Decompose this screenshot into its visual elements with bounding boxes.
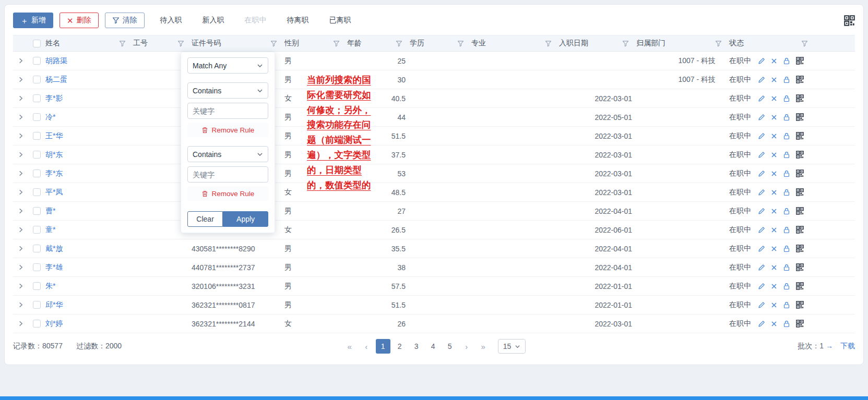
rule2-keyword-input[interactable] (187, 166, 268, 183)
page-button-1[interactable]: 1 (376, 339, 390, 354)
filter-icon-age[interactable] (396, 40, 402, 47)
lock-icon[interactable] (783, 208, 790, 215)
expand-chevron-icon[interactable] (18, 321, 23, 326)
edit-icon[interactable] (758, 57, 765, 65)
filter-icon-emp-no[interactable] (177, 40, 184, 47)
employee-name-link[interactable]: 朱* (45, 282, 55, 290)
lock-icon[interactable] (783, 114, 790, 121)
filter-icon-department[interactable] (715, 40, 722, 47)
page-button-5[interactable]: 5 (443, 339, 457, 354)
employee-name-link[interactable]: 刘*婷 (45, 319, 63, 328)
employee-name-link[interactable]: 杨二蛋 (45, 75, 67, 83)
delete-row-icon[interactable] (771, 133, 777, 139)
rule2-remove-button[interactable]: Remove Rule (187, 186, 268, 201)
edit-icon[interactable] (758, 132, 765, 140)
expand-chevron-icon[interactable] (18, 189, 23, 195)
page-button-3[interactable]: 3 (409, 339, 424, 354)
filter-icon-major[interactable] (545, 40, 552, 47)
lock-icon[interactable] (783, 264, 790, 271)
edit-icon[interactable] (758, 301, 765, 309)
row-checkbox[interactable] (33, 57, 41, 65)
expand-chevron-icon[interactable] (18, 58, 23, 64)
rule1-remove-button[interactable]: Remove Rule (187, 123, 268, 137)
delete-row-icon[interactable] (771, 246, 777, 252)
qr-code-icon[interactable] (796, 263, 804, 271)
lock-icon[interactable] (783, 320, 790, 328)
expand-chevron-icon[interactable] (18, 227, 23, 233)
first-page-button[interactable]: « (342, 339, 357, 354)
expand-chevron-icon[interactable] (18, 114, 23, 120)
delete-button[interactable]: ✕ 删除 (60, 13, 99, 28)
employee-name-link[interactable]: 胡*东 (45, 150, 63, 159)
prev-page-button[interactable]: ‹ (359, 339, 374, 354)
qr-code-icon[interactable] (796, 94, 804, 102)
lock-icon[interactable] (783, 151, 790, 159)
delete-row-icon[interactable] (771, 208, 777, 214)
expand-chevron-icon[interactable] (18, 152, 23, 157)
qr-code-icon[interactable] (796, 207, 804, 215)
lock-icon[interactable] (783, 132, 790, 140)
filter-icon-status[interactable] (801, 40, 808, 47)
edit-icon[interactable] (758, 245, 765, 252)
delete-row-icon[interactable] (771, 114, 777, 120)
expand-chevron-icon[interactable] (18, 133, 23, 139)
expand-chevron-icon[interactable] (18, 77, 23, 82)
rule1-keyword-input[interactable] (187, 103, 268, 119)
employee-name-link[interactable]: 冷* (45, 113, 55, 121)
employee-name-link[interactable]: 童* (45, 225, 55, 234)
lock-icon[interactable] (783, 95, 790, 102)
delete-row-icon[interactable] (771, 171, 777, 177)
delete-row-icon[interactable] (771, 321, 777, 327)
expand-chevron-icon[interactable] (18, 283, 23, 289)
delete-row-icon[interactable] (771, 264, 777, 271)
expand-chevron-icon[interactable] (18, 264, 23, 270)
qr-code-icon[interactable] (796, 282, 804, 290)
filter-icon-gender[interactable] (333, 40, 340, 47)
expand-chevron-icon[interactable] (18, 95, 23, 101)
page-button-2[interactable]: 2 (393, 339, 407, 354)
employee-name-link[interactable]: 邱*华 (45, 300, 63, 309)
expand-chevron-icon[interactable] (18, 171, 23, 176)
edit-icon[interactable] (758, 226, 765, 234)
row-checkbox[interactable] (33, 282, 41, 290)
row-checkbox[interactable] (33, 151, 41, 159)
filter-apply-button[interactable]: Apply (223, 211, 268, 227)
employee-name-link[interactable]: 李*东 (45, 169, 63, 177)
employee-name-link[interactable]: 戴*放 (45, 244, 63, 252)
employee-name-link[interactable]: 胡路渠 (45, 56, 67, 65)
qr-code-icon[interactable] (796, 57, 804, 65)
tab-on-duty[interactable]: 在职中 (245, 16, 267, 25)
delete-row-icon[interactable] (771, 77, 777, 83)
match-mode-select[interactable]: Match Any (187, 57, 268, 74)
delete-row-icon[interactable] (771, 283, 777, 289)
edit-icon[interactable] (758, 95, 765, 102)
lock-icon[interactable] (783, 76, 790, 83)
row-checkbox[interactable] (33, 301, 41, 309)
edit-icon[interactable] (758, 320, 765, 328)
batch-arrow-icon[interactable]: → (824, 342, 833, 350)
expand-chevron-icon[interactable] (18, 302, 23, 308)
delete-row-icon[interactable] (771, 152, 777, 158)
tab-pending-leave[interactable]: 待离职 (287, 16, 309, 25)
qr-code-icon[interactable] (796, 301, 804, 309)
lock-icon[interactable] (783, 226, 790, 234)
filter-clear-button[interactable]: Clear (187, 211, 223, 227)
lock-icon[interactable] (783, 189, 790, 196)
edit-icon[interactable] (758, 76, 765, 83)
rule2-operator-select[interactable]: Contains (187, 146, 268, 162)
expand-chevron-icon[interactable] (18, 246, 23, 251)
filter-icon-name[interactable] (119, 40, 126, 47)
delete-row-icon[interactable] (771, 189, 777, 196)
delete-row-icon[interactable] (771, 227, 777, 233)
filter-icon-hire-date[interactable] (622, 40, 629, 47)
delete-row-icon[interactable] (771, 58, 777, 64)
lock-icon[interactable] (783, 245, 790, 252)
edit-icon[interactable] (758, 170, 765, 177)
delete-row-icon[interactable] (771, 302, 777, 308)
download-link[interactable]: 下载 (840, 342, 855, 351)
tab-left[interactable]: 已离职 (329, 16, 351, 25)
lock-icon[interactable] (783, 301, 790, 309)
edit-icon[interactable] (758, 264, 765, 271)
clear-filters-button[interactable]: 清除 (105, 13, 145, 28)
row-checkbox[interactable] (33, 226, 41, 234)
